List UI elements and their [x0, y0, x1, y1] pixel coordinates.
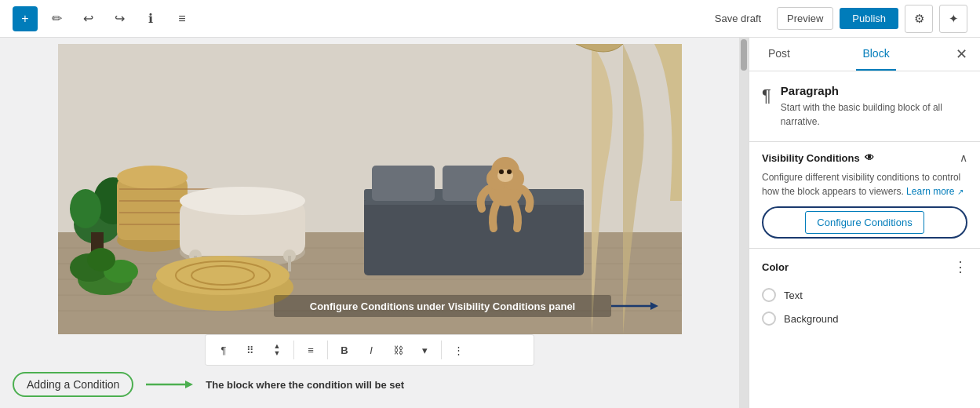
pencil-icon: ✏	[52, 11, 62, 26]
add-icon: +	[21, 12, 28, 26]
plugin-button[interactable]: ✦	[939, 5, 967, 33]
canvas-area: Configure Conditions under Visibility Co…	[0, 38, 739, 408]
list-icon: ≡	[178, 12, 185, 26]
svg-point-44	[87, 248, 115, 271]
undo-icon: ↩	[83, 11, 93, 26]
settings-button[interactable]: ⚙	[905, 5, 933, 33]
bottom-annotation: Adding a Condition The block where the c…	[0, 366, 739, 403]
paragraph-icon: ¶	[221, 344, 227, 356]
visibility-conditions-header: Visibility Conditions 👁 ∧	[762, 151, 967, 164]
italic-icon: I	[370, 344, 373, 356]
color-more-button[interactable]: ⋮	[953, 258, 967, 275]
svg-rect-31	[364, 201, 584, 205]
main-layout: Configure Conditions under Visibility Co…	[0, 38, 980, 408]
configure-conditions-wrapper: Configure Conditions	[762, 206, 967, 239]
visibility-conditions-title: Visibility Conditions 👁	[762, 152, 874, 164]
color-radio-text[interactable]	[762, 288, 776, 302]
scrollbar-track[interactable]	[739, 38, 749, 408]
align-icon: ≡	[308, 344, 314, 356]
svg-point-20	[180, 187, 305, 215]
pencil-button[interactable]: ✏	[44, 6, 69, 31]
color-label-text: Text	[784, 290, 803, 301]
link-button[interactable]: ⛓	[386, 338, 410, 362]
block-title: Paragraph	[781, 84, 967, 97]
list-view-button[interactable]: ≡	[169, 6, 195, 31]
close-sidebar-button[interactable]: ✕	[956, 46, 967, 63]
content-image: Configure Conditions under Visibility Co…	[58, 44, 682, 334]
plugin-icon: ✦	[949, 12, 959, 26]
publish-button[interactable]: Publish	[840, 8, 898, 29]
visibility-icon: 👁	[865, 152, 874, 163]
arrow-right	[146, 377, 193, 392]
drag-handle-button[interactable]: ⠿	[239, 338, 262, 362]
move-down-icon: ▼	[274, 350, 281, 357]
block-description: Start with the basic building block of a…	[781, 100, 967, 129]
top-toolbar: + ✏ ↩ ↪ ℹ ≡ Save draft Preview Publish ⚙…	[0, 0, 980, 38]
visibility-description: Configure different visibility condition…	[762, 170, 967, 199]
svg-rect-29	[364, 197, 584, 275]
color-section: Color ⋮ Text Background	[749, 249, 980, 340]
more-icon: ⋮	[454, 344, 464, 356]
tab-post[interactable]: Post	[762, 38, 796, 71]
color-option-background: Background	[762, 307, 967, 330]
visibility-collapse-button[interactable]: ∧	[960, 151, 967, 164]
external-link-icon: ↗	[957, 188, 964, 196]
block-toolbar: ¶ ⠿ ▲ ▼ ≡ B	[205, 334, 534, 366]
condition-label: Adding a Condition	[27, 378, 119, 391]
paragraph-type-button[interactable]: ¶	[212, 338, 235, 362]
move-up-button[interactable]: ▲ ▼	[265, 338, 289, 362]
svg-rect-24	[288, 256, 291, 271]
bold-icon: B	[341, 344, 348, 356]
toolbar-left: + ✏ ↩ ↪ ℹ ≡	[13, 6, 195, 31]
editor-with-scroll: Configure Conditions under Visibility Co…	[0, 38, 749, 408]
info-icon: ℹ	[148, 11, 153, 26]
color-radio-background[interactable]	[762, 311, 776, 326]
redo-button[interactable]: ↪	[107, 6, 132, 31]
toolbar-divider-1	[293, 341, 294, 359]
sidebar: Post Block ✕ ¶ Paragraph Start with the …	[749, 38, 980, 408]
preview-button[interactable]: Preview	[777, 7, 833, 30]
align-button[interactable]: ≡	[299, 338, 322, 362]
toolbar-right: Save draft Preview Publish ⚙ ✦	[705, 5, 967, 33]
svg-rect-32	[372, 166, 435, 201]
color-option-text: Text	[762, 283, 967, 307]
info-button[interactable]: ℹ	[138, 6, 163, 31]
paragraph-block-icon: ¶	[762, 86, 771, 106]
block-info-text: Paragraph Start with the basic building …	[781, 84, 967, 129]
svg-point-9	[70, 189, 101, 228]
arrow-label: The block where the condition will be se…	[206, 379, 404, 391]
add-block-button[interactable]: +	[13, 6, 38, 31]
condition-circle[interactable]: Adding a Condition	[13, 372, 133, 397]
room-scene-svg: Configure Conditions under Visibility Co…	[58, 44, 682, 334]
learn-more-link[interactable]: Learn more ↗	[906, 186, 964, 197]
svg-point-40	[507, 169, 512, 174]
toolbar-divider-3	[441, 341, 442, 359]
svg-point-39	[499, 169, 504, 174]
save-draft-button[interactable]: Save draft	[705, 8, 771, 29]
configure-conditions-button[interactable]: Configure Conditions	[805, 211, 924, 234]
scrollbar-thumb[interactable]	[741, 39, 747, 71]
color-section-header: Color ⋮	[762, 258, 967, 275]
sidebar-tabs: Post Block ✕	[749, 38, 980, 71]
color-label-background: Background	[784, 313, 838, 325]
editor-bottom: ¶ ⠿ ▲ ▼ ≡ B	[0, 334, 739, 403]
link-icon: ⛓	[393, 344, 403, 356]
svg-point-13	[117, 166, 188, 189]
undo-button[interactable]: ↩	[75, 6, 100, 31]
dropdown-button[interactable]: ▾	[413, 338, 436, 362]
settings-icon: ⚙	[914, 12, 924, 26]
color-section-title: Color	[762, 261, 789, 273]
bold-button[interactable]: B	[333, 338, 356, 362]
green-arrow-svg	[146, 377, 193, 392]
dropdown-icon: ▾	[422, 344, 428, 356]
drag-icon: ⠿	[246, 344, 254, 356]
tab-block[interactable]: Block	[856, 38, 895, 71]
svg-text:Configure Conditions under Vis: Configure Conditions under Visibility Co…	[309, 301, 574, 312]
italic-button[interactable]: I	[359, 338, 383, 362]
svg-marker-50	[185, 381, 193, 388]
redo-icon: ↪	[115, 11, 125, 26]
visibility-conditions-section: Visibility Conditions 👁 ∧ Configure diff…	[749, 142, 980, 249]
toolbar-divider-2	[327, 341, 328, 359]
more-options-button[interactable]: ⋮	[446, 338, 470, 362]
block-info: ¶ Paragraph Start with the basic buildin…	[749, 71, 980, 142]
